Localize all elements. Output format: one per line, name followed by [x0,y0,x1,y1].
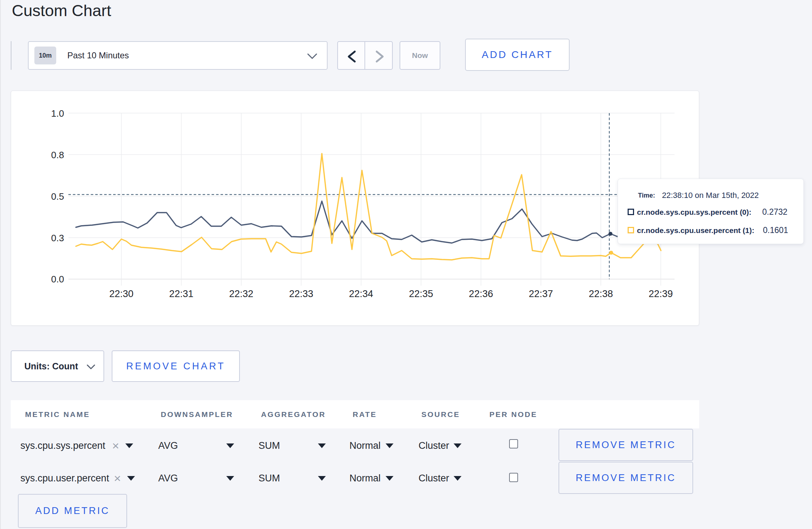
svg-text:22:34: 22:34 [349,288,373,299]
svg-text:22:31: 22:31 [169,288,194,299]
svg-text:0.0: 0.0 [51,274,64,285]
svg-text:22:30: 22:30 [109,288,134,299]
svg-text:22:39: 22:39 [649,288,673,299]
svg-text:0.5: 0.5 [51,191,64,202]
svg-text:0.3: 0.3 [51,233,64,243]
svg-text:22:36: 22:36 [469,288,493,299]
svg-text:1.0: 1.0 [51,108,64,119]
svg-text:22:35: 22:35 [409,288,433,299]
svg-text:0.8: 0.8 [51,150,64,160]
svg-text:22:37: 22:37 [529,288,553,299]
svg-text:22:32: 22:32 [229,288,253,299]
svg-text:22:38: 22:38 [589,288,613,299]
svg-text:22:33: 22:33 [289,288,313,299]
